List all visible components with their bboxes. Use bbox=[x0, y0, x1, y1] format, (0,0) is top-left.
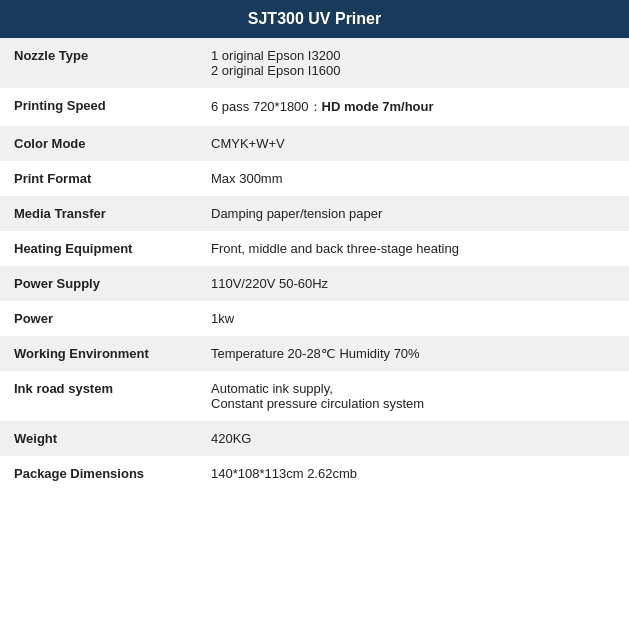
row-label: Heating Equipment bbox=[0, 231, 197, 266]
header-title: SJT300 UV Priner bbox=[248, 10, 381, 27]
value-prefix: 6 pass 720*1800： bbox=[211, 99, 322, 114]
table-row: Print FormatMax 300mm bbox=[0, 161, 629, 196]
row-label: Weight bbox=[0, 421, 197, 456]
table-row: Weight420KG bbox=[0, 421, 629, 456]
table-row: Heating EquipmentFront, middle and back … bbox=[0, 231, 629, 266]
row-value: Front, middle and back three-stage heati… bbox=[197, 231, 629, 266]
row-label: Nozzle Type bbox=[0, 38, 197, 88]
table-row: Nozzle Type1 original Epson I32002 origi… bbox=[0, 38, 629, 88]
table-row: Color ModeCMYK+W+V bbox=[0, 126, 629, 161]
table-row: Printing Speed6 pass 720*1800：HD mode 7m… bbox=[0, 88, 629, 126]
row-value: Damping paper/tension paper bbox=[197, 196, 629, 231]
table-row: Working EnvironmentTemperature 20-28℃ Hu… bbox=[0, 336, 629, 371]
row-label: Power bbox=[0, 301, 197, 336]
row-label: Color Mode bbox=[0, 126, 197, 161]
row-label: Print Format bbox=[0, 161, 197, 196]
row-value: 1kw bbox=[197, 301, 629, 336]
row-value: 110V/220V 50-60Hz bbox=[197, 266, 629, 301]
value-bold: HD mode 7m/hour bbox=[322, 99, 434, 114]
row-value: Temperature 20-28℃ Humidity 70% bbox=[197, 336, 629, 371]
table-row: Ink road systemAutomatic ink supply,Cons… bbox=[0, 371, 629, 421]
row-value: 1 original Epson I32002 original Epson I… bbox=[197, 38, 629, 88]
table-row: Power Supply110V/220V 50-60Hz bbox=[0, 266, 629, 301]
row-label: Power Supply bbox=[0, 266, 197, 301]
spec-table: Nozzle Type1 original Epson I32002 origi… bbox=[0, 38, 629, 491]
row-label: Ink road system bbox=[0, 371, 197, 421]
row-label: Package Dimensions bbox=[0, 456, 197, 491]
row-value: Max 300mm bbox=[197, 161, 629, 196]
row-value: 420KG bbox=[197, 421, 629, 456]
row-label: Working Environment bbox=[0, 336, 197, 371]
table-row: Media TransferDamping paper/tension pape… bbox=[0, 196, 629, 231]
row-label: Media Transfer bbox=[0, 196, 197, 231]
table-header: SJT300 UV Priner bbox=[0, 0, 629, 38]
row-value: CMYK+W+V bbox=[197, 126, 629, 161]
row-value: 140*108*113cm 2.62cmb bbox=[197, 456, 629, 491]
table-row: Power1kw bbox=[0, 301, 629, 336]
row-value: Automatic ink supply,Constant pressure c… bbox=[197, 371, 629, 421]
row-value: 6 pass 720*1800：HD mode 7m/hour bbox=[197, 88, 629, 126]
row-label: Printing Speed bbox=[0, 88, 197, 126]
spec-table-container: SJT300 UV Priner Nozzle Type1 original E… bbox=[0, 0, 629, 491]
table-row: Package Dimensions140*108*113cm 2.62cmb bbox=[0, 456, 629, 491]
